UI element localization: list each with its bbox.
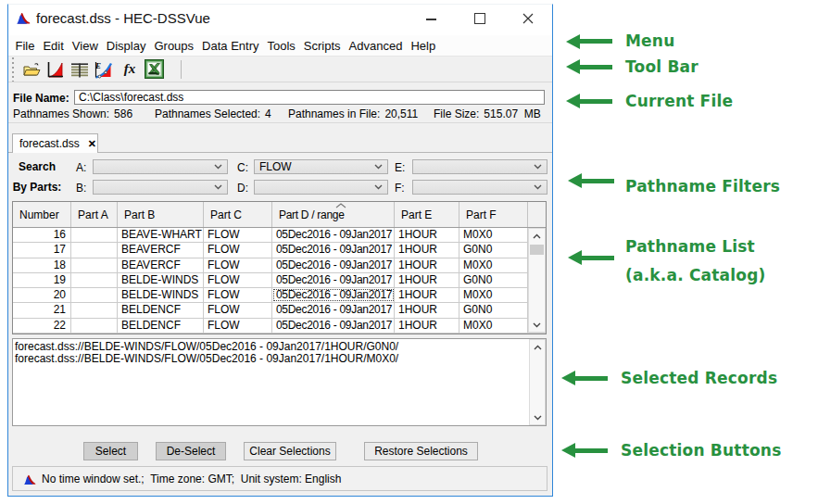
- menu-groups[interactable]: Groups: [150, 39, 198, 53]
- scroll-down-icon[interactable]: [529, 318, 545, 332]
- focused-cell: 05Dec2016 - 09Jan2017: [272, 288, 395, 302]
- annotation-menu: Menu: [625, 32, 674, 50]
- pathname-row-21[interactable]: 21BELDENCFFLOW05Dec2016 - 09Jan20171HOUR…: [13, 303, 546, 318]
- pathname-row-17[interactable]: 17BEAVERCFFLOW05Dec2016 - 09Jan20171HOUR…: [13, 243, 546, 258]
- part-c-key: C:: [237, 161, 248, 174]
- selected-records-arrow: [561, 371, 608, 385]
- restore-selections-button[interactable]: Restore Selections: [364, 442, 478, 460]
- status-bar: No time window set.; Time zone: GMT; Uni…: [12, 466, 547, 491]
- menu-bar: File Edit View Display Groups Data Entry…: [8, 35, 552, 57]
- tool-bar: E fx: [8, 57, 552, 82]
- math-functions-button[interactable]: E: [92, 58, 116, 81]
- selected-record-1[interactable]: forecast.dss://BELDE-WINDS/FLOW/05Dec201…: [15, 340, 398, 353]
- plot-button[interactable]: [44, 58, 68, 81]
- pathname-row-18[interactable]: 18BEAVERCFFLOW05Dec2016 - 09Jan20171HOUR…: [13, 258, 546, 273]
- tab-label: forecast.dss: [19, 137, 80, 150]
- selection-buttons-arrow: [561, 443, 608, 458]
- excel-icon: [145, 59, 164, 79]
- pathname-filters-arrow: [568, 173, 614, 188]
- stat-pathnames-in-file: Pathnames in File:20,511: [288, 107, 418, 120]
- annotated-screenshot: forecast.dss - HEC-DSSVue File Edit View…: [0, 0, 818, 504]
- part-f-key: F:: [395, 182, 405, 195]
- menu-edit[interactable]: Edit: [39, 39, 68, 53]
- menu-display[interactable]: Display: [102, 39, 150, 53]
- pathname-row-20[interactable]: 20BELDE-WINDSFLOW05Dec2016 - 09Jan20171H…: [13, 288, 546, 303]
- column-header-part-a[interactable]: Part A: [71, 202, 118, 227]
- scroll-up-icon[interactable]: [529, 229, 545, 243]
- chevron-down-icon: [374, 184, 383, 190]
- chevron-down-icon: [214, 164, 222, 170]
- part-b-key: B:: [76, 182, 86, 195]
- tabulate-button[interactable]: [68, 58, 92, 81]
- part-e-key: E:: [395, 161, 405, 174]
- fx-button[interactable]: fx: [118, 58, 142, 81]
- part-a-key: A:: [76, 161, 86, 174]
- stat-pathnames-selected: Pathnames Selected:4: [155, 107, 271, 120]
- menu-advanced[interactable]: Advanced: [345, 39, 407, 53]
- menu-help[interactable]: Help: [407, 39, 440, 53]
- chevron-down-icon: [374, 164, 383, 170]
- status-app-icon: [23, 472, 36, 485]
- math-functions-icon: E: [94, 60, 113, 79]
- minimize-button[interactable]: [426, 19, 436, 20]
- toolbar-grip[interactable]: [12, 57, 14, 82]
- menu-view[interactable]: View: [68, 39, 102, 53]
- annotation-selected-records: Selected Records: [621, 369, 777, 387]
- tab-close-icon[interactable]: ✕: [88, 139, 96, 148]
- pathname-list-table: Number Part A Part B Part C Part D / ran…: [12, 201, 547, 334]
- menu-data-entry[interactable]: Data Entry: [198, 39, 263, 53]
- pathname-row-19[interactable]: 19BELDE-WINDSFLOW05Dec2016 - 09Jan20171H…: [13, 273, 546, 288]
- stat-pathnames-shown: Pathnames Shown:586: [13, 107, 132, 120]
- menu-scripts[interactable]: Scripts: [299, 39, 345, 53]
- scroll-down-icon[interactable]: [530, 410, 545, 424]
- fx-icon: fx: [124, 61, 136, 77]
- toolbar-separator: [181, 60, 182, 79]
- column-header-part-d[interactable]: Part D / range: [272, 202, 395, 227]
- status-text: No time window set.; Time zone: GMT; Uni…: [42, 472, 341, 485]
- app-icon: [16, 10, 31, 25]
- pathname-list-arrow: [568, 250, 614, 265]
- column-header-number[interactable]: Number: [13, 202, 71, 227]
- column-header-part-f[interactable]: Part F: [459, 202, 528, 227]
- annotation-current-file: Current File: [625, 92, 733, 110]
- part-a-filter-combo[interactable]: [93, 159, 228, 174]
- pathname-row-22[interactable]: 22BELDENCFFLOW05Dec2016 - 09Jan20171HOUR…: [13, 319, 546, 334]
- menu-file[interactable]: File: [11, 39, 39, 53]
- selected-record-2[interactable]: forecast.dss://BELDE-WINDS/FLOW/05Dec201…: [15, 352, 398, 365]
- file-name-input[interactable]: C:\Class\forecast.dss: [74, 90, 545, 105]
- pathname-row-16[interactable]: 16BEAVE-WHARTFLOW05Dec2016 - 09Jan20171H…: [13, 228, 546, 243]
- tab-forecast-dss[interactable]: forecast.dss ✕: [12, 133, 98, 153]
- column-header-spacer: [528, 202, 546, 227]
- column-header-part-e[interactable]: Part E: [395, 202, 459, 227]
- column-header-part-b[interactable]: Part B: [118, 202, 204, 227]
- table-scrollbar[interactable]: [528, 228, 546, 333]
- maximize-button[interactable]: [474, 13, 485, 24]
- clear-selections-button[interactable]: Clear Selections: [244, 442, 336, 460]
- tool-bar-arrow: [566, 59, 612, 74]
- de-select-button[interactable]: De-Select: [156, 442, 226, 460]
- excel-button[interactable]: [142, 58, 166, 81]
- current-file-arrow: [566, 94, 612, 108]
- column-header-part-c[interactable]: Part C: [204, 202, 272, 227]
- select-button[interactable]: Select: [83, 442, 138, 460]
- annotation-selection-buttons: Selection Buttons: [621, 441, 781, 460]
- table-header-row: Number Part A Part B Part C Part D / ran…: [13, 202, 546, 228]
- table-scrollbar-thumb[interactable]: [530, 245, 544, 255]
- part-d-filter-combo[interactable]: [254, 180, 388, 195]
- window-title: forecast.dss - HEC-DSSVue: [36, 10, 210, 26]
- chevron-down-icon: [214, 184, 222, 190]
- annotation-pathname-filters: Pathname Filters: [625, 177, 780, 195]
- scroll-up-icon[interactable]: [530, 340, 545, 354]
- part-b-filter-combo[interactable]: [93, 180, 228, 195]
- part-c-filter-combo[interactable]: FLOW: [254, 159, 388, 174]
- part-e-filter-combo[interactable]: [412, 159, 547, 174]
- open-file-button[interactable]: [19, 58, 44, 81]
- part-f-filter-combo[interactable]: [412, 180, 547, 195]
- menu-tools[interactable]: Tools: [263, 39, 299, 53]
- menu-arrow: [566, 34, 612, 49]
- records-scrollbar[interactable]: [529, 339, 546, 425]
- file-name-label: File Name:: [13, 92, 69, 105]
- close-button[interactable]: [522, 13, 534, 24]
- chevron-down-icon: [534, 164, 542, 170]
- plot-icon: [46, 60, 65, 79]
